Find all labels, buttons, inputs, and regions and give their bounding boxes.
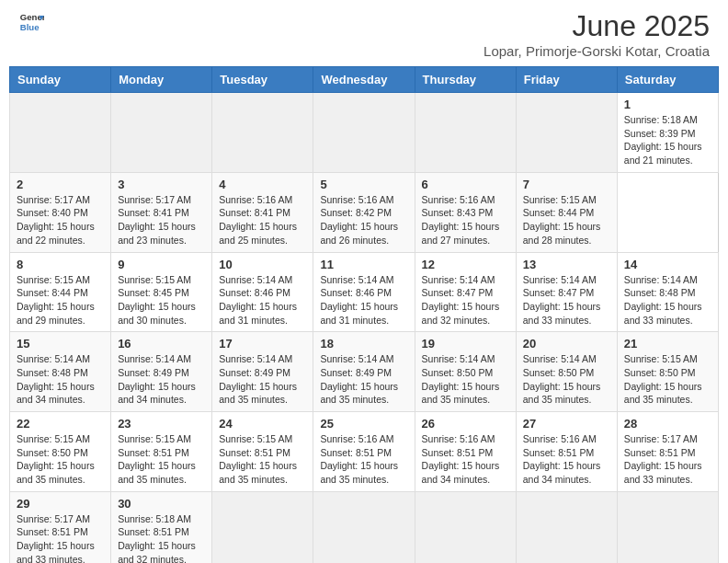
day-number: 2	[17, 178, 104, 191]
day-info: Sunrise: 5:14 AMSunset: 8:47 PMDaylight:…	[422, 273, 509, 327]
calendar-cell	[212, 93, 313, 173]
day-info: Sunrise: 5:16 AMSunset: 8:42 PMDaylight:…	[320, 193, 407, 247]
day-info: Sunrise: 5:15 AMSunset: 8:50 PMDaylight:…	[17, 432, 104, 487]
day-info: Sunrise: 5:18 AMSunset: 8:51 PMDaylight:…	[118, 512, 205, 563]
day-info: Sunrise: 5:14 AMSunset: 8:49 PMDaylight:…	[219, 352, 306, 407]
calendar-cell	[415, 93, 516, 173]
calendar-cell: 22Sunrise: 5:15 AMSunset: 8:50 PMDayligh…	[10, 412, 111, 492]
day-number: 24	[219, 417, 306, 431]
day-info: Sunrise: 5:14 AMSunset: 8:46 PMDaylight:…	[320, 273, 407, 327]
calendar-cell: 20Sunrise: 5:14 AMSunset: 8:50 PMDayligh…	[516, 332, 617, 412]
day-number: 12	[422, 258, 509, 271]
calendar-cell: 13Sunrise: 5:14 AMSunset: 8:47 PMDayligh…	[516, 252, 617, 332]
calendar-header-friday: Friday	[516, 67, 617, 93]
day-info: Sunrise: 5:17 AMSunset: 8:51 PMDaylight:…	[17, 512, 104, 563]
day-info: Sunrise: 5:16 AMSunset: 8:51 PMDaylight:…	[422, 432, 509, 487]
calendar-cell: 24Sunrise: 5:15 AMSunset: 8:51 PMDayligh…	[212, 412, 313, 492]
day-number: 5	[320, 178, 407, 191]
day-info: Sunrise: 5:15 AMSunset: 8:45 PMDaylight:…	[118, 273, 205, 327]
day-number: 29	[17, 497, 104, 511]
calendar-cell: 1Sunrise: 5:18 AMSunset: 8:39 PMDaylight…	[617, 93, 718, 173]
calendar-cell	[111, 93, 212, 173]
calendar-cell: 30Sunrise: 5:18 AMSunset: 8:51 PMDayligh…	[111, 491, 212, 563]
calendar-cell: 17Sunrise: 5:14 AMSunset: 8:49 PMDayligh…	[212, 332, 313, 412]
day-info: Sunrise: 5:14 AMSunset: 8:47 PMDaylight:…	[523, 273, 610, 327]
day-info: Sunrise: 5:14 AMSunset: 8:50 PMDaylight:…	[523, 352, 610, 407]
calendar-header-tuesday: Tuesday	[212, 67, 313, 93]
logo-icon: General Blue	[18, 9, 44, 35]
calendar-cell: 15Sunrise: 5:14 AMSunset: 8:48 PMDayligh…	[10, 332, 111, 412]
calendar-header-row: SundayMondayTuesdayWednesdayThursdayFrid…	[10, 67, 719, 93]
day-number: 21	[624, 337, 711, 350]
day-number: 18	[320, 337, 407, 350]
calendar-cell: 11Sunrise: 5:14 AMSunset: 8:46 PMDayligh…	[313, 252, 415, 332]
calendar-cell: 26Sunrise: 5:16 AMSunset: 8:51 PMDayligh…	[415, 412, 516, 492]
calendar-cell: 28Sunrise: 5:17 AMSunset: 8:51 PMDayligh…	[617, 412, 718, 492]
day-number: 15	[17, 337, 104, 350]
day-info: Sunrise: 5:15 AMSunset: 8:51 PMDaylight:…	[219, 432, 306, 487]
calendar-cell	[516, 491, 617, 563]
month-title: June 2025	[483, 9, 710, 43]
day-number: 27	[523, 417, 610, 431]
calendar-header-sunday: Sunday	[10, 67, 111, 93]
day-info: Sunrise: 5:17 AMSunset: 8:41 PMDaylight:…	[118, 193, 205, 247]
location-title: Lopar, Primorje-Gorski Kotar, Croatia	[483, 43, 710, 59]
day-info: Sunrise: 5:17 AMSunset: 8:40 PMDaylight:…	[17, 193, 104, 247]
day-number: 4	[219, 178, 306, 191]
calendar-cell: 18Sunrise: 5:14 AMSunset: 8:49 PMDayligh…	[313, 332, 415, 412]
calendar-cell	[212, 491, 313, 563]
day-info: Sunrise: 5:16 AMSunset: 8:51 PMDaylight:…	[523, 432, 610, 487]
calendar-cell: 5Sunrise: 5:16 AMSunset: 8:42 PMDaylight…	[313, 172, 415, 252]
calendar-cell: 23Sunrise: 5:15 AMSunset: 8:51 PMDayligh…	[111, 412, 212, 492]
day-number: 11	[320, 258, 407, 271]
calendar-cell	[516, 93, 617, 173]
day-info: Sunrise: 5:14 AMSunset: 8:48 PMDaylight:…	[17, 352, 104, 407]
day-info: Sunrise: 5:14 AMSunset: 8:46 PMDaylight:…	[219, 273, 306, 327]
day-info: Sunrise: 5:18 AMSunset: 8:39 PMDaylight:…	[624, 113, 711, 167]
calendar-week-4: 22Sunrise: 5:15 AMSunset: 8:50 PMDayligh…	[10, 412, 719, 492]
calendar-body: 1Sunrise: 5:18 AMSunset: 8:39 PMDaylight…	[10, 93, 719, 564]
calendar-week-0: 1Sunrise: 5:18 AMSunset: 8:39 PMDaylight…	[10, 93, 719, 173]
calendar-week-5: 29Sunrise: 5:17 AMSunset: 8:51 PMDayligh…	[10, 491, 719, 563]
calendar-week-1: 2Sunrise: 5:17 AMSunset: 8:40 PMDaylight…	[10, 172, 719, 252]
header: General Blue June 2025 Lopar, Primorje-G…	[9, 9, 719, 59]
day-number: 22	[17, 417, 104, 431]
calendar-header-saturday: Saturday	[617, 67, 718, 93]
calendar-cell	[313, 491, 415, 563]
day-number: 8	[17, 258, 104, 271]
day-number: 17	[219, 337, 306, 350]
day-info: Sunrise: 5:15 AMSunset: 8:44 PMDaylight:…	[17, 273, 104, 327]
day-number: 3	[118, 178, 205, 191]
day-number: 26	[422, 417, 509, 431]
calendar-cell: 12Sunrise: 5:14 AMSunset: 8:47 PMDayligh…	[415, 252, 516, 332]
calendar-cell: 2Sunrise: 5:17 AMSunset: 8:40 PMDaylight…	[10, 172, 111, 252]
day-number: 7	[523, 178, 610, 191]
day-number: 14	[624, 258, 711, 271]
calendar-cell: 21Sunrise: 5:15 AMSunset: 8:50 PMDayligh…	[617, 332, 718, 412]
day-number: 6	[422, 178, 509, 191]
calendar-cell: 16Sunrise: 5:14 AMSunset: 8:49 PMDayligh…	[111, 332, 212, 412]
calendar-cell: 14Sunrise: 5:14 AMSunset: 8:48 PMDayligh…	[617, 252, 718, 332]
calendar-header-thursday: Thursday	[415, 67, 516, 93]
day-info: Sunrise: 5:14 AMSunset: 8:50 PMDaylight:…	[422, 352, 509, 407]
calendar-cell: 19Sunrise: 5:14 AMSunset: 8:50 PMDayligh…	[415, 332, 516, 412]
calendar-cell: 27Sunrise: 5:16 AMSunset: 8:51 PMDayligh…	[516, 412, 617, 492]
day-info: Sunrise: 5:17 AMSunset: 8:51 PMDaylight:…	[624, 432, 711, 487]
calendar-cell: 29Sunrise: 5:17 AMSunset: 8:51 PMDayligh…	[10, 491, 111, 563]
day-number: 20	[523, 337, 610, 350]
day-number: 23	[118, 417, 205, 431]
day-info: Sunrise: 5:16 AMSunset: 8:43 PMDaylight:…	[422, 193, 509, 247]
day-number: 9	[118, 258, 205, 271]
calendar-header-monday: Monday	[111, 67, 212, 93]
calendar-cell	[313, 93, 415, 173]
calendar: SundayMondayTuesdayWednesdayThursdayFrid…	[9, 66, 719, 563]
calendar-cell: 25Sunrise: 5:16 AMSunset: 8:51 PMDayligh…	[313, 412, 415, 492]
day-number: 10	[219, 258, 306, 271]
day-number: 1	[624, 98, 711, 111]
day-info: Sunrise: 5:16 AMSunset: 8:41 PMDaylight:…	[219, 193, 306, 247]
day-info: Sunrise: 5:14 AMSunset: 8:49 PMDaylight:…	[320, 352, 407, 407]
day-number: 28	[624, 417, 711, 431]
day-number: 13	[523, 258, 610, 271]
calendar-header-wednesday: Wednesday	[313, 67, 415, 93]
day-info: Sunrise: 5:15 AMSunset: 8:44 PMDaylight:…	[523, 193, 610, 247]
